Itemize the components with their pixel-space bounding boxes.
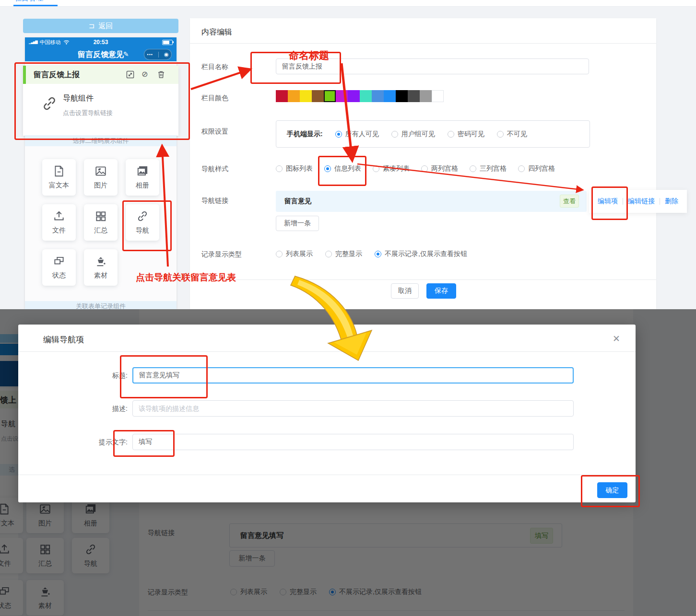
- color-swatch[interactable]: [432, 90, 444, 102]
- richtext-icon: [53, 165, 65, 177]
- component-label: 富文本: [49, 181, 69, 190]
- color-swatch[interactable]: [408, 90, 420, 102]
- radio-visible-group[interactable]: 用户组可见: [391, 130, 435, 139]
- color-swatch[interactable]: [288, 90, 300, 102]
- confirm-button[interactable]: 确定: [597, 482, 627, 498]
- modal-title-input[interactable]: [132, 367, 574, 384]
- component-image[interactable]: 图片: [84, 159, 118, 196]
- color-swatch[interactable]: [396, 90, 408, 102]
- save-button[interactable]: 保存: [426, 283, 456, 299]
- radio-dot: [518, 165, 525, 172]
- section-bar-qr: 选择二维码展示组件: [25, 135, 177, 146]
- component-material[interactable]: 素材: [84, 249, 118, 286]
- nav-link-actions-popover: 编辑项 编辑链接 删除: [589, 190, 687, 213]
- component-status[interactable]: 状态: [42, 249, 76, 286]
- nav-style-radio-group: 图标列表 信息列表 紧凑列表 两列宫格 三列宫格 四列宫格: [276, 164, 555, 173]
- color-swatch[interactable]: [348, 90, 360, 102]
- link-icon: [41, 95, 58, 112]
- resize-icon[interactable]: [126, 70, 134, 79]
- link-icon: [136, 210, 149, 222]
- component-label: 文件: [52, 226, 66, 235]
- color-swatch[interactable]: [420, 90, 432, 102]
- color-swatch[interactable]: [312, 90, 324, 102]
- disable-icon[interactable]: ⊘: [142, 70, 148, 79]
- trash-icon[interactable]: [157, 70, 165, 79]
- edit-nav-item-modal: 编辑导航项 ✕ 标题: 描述: 提示文字: 确定: [18, 325, 636, 502]
- radio-visible-password[interactable]: 密码可见: [448, 130, 484, 139]
- component-label: 状态: [52, 271, 66, 280]
- cancel-button[interactable]: 取消: [391, 283, 419, 299]
- component-navigation[interactable]: 导航: [126, 204, 159, 241]
- component-label: 导航: [136, 226, 149, 235]
- editor-title-divider: [190, 43, 656, 44]
- back-icon: ⊐: [89, 22, 95, 30]
- component-label: 图片: [94, 181, 107, 190]
- tab-column-manage[interactable]: 栏目管理: [13, 0, 59, 4]
- color-swatch[interactable]: [360, 90, 372, 102]
- radio-style-two-col[interactable]: 两列宫格: [421, 164, 458, 173]
- editor-title: 内容编辑: [201, 27, 232, 37]
- wifi-icon: [63, 40, 70, 45]
- field-label-permission: 权限设置: [201, 128, 228, 136]
- mini-app-title: 留言反馈意见: [78, 50, 124, 60]
- color-swatch[interactable]: [336, 90, 348, 102]
- radio-style-info-list[interactable]: 信息列表: [324, 164, 361, 173]
- capsule-more-icon[interactable]: •••: [147, 52, 153, 57]
- radio-record-list[interactable]: 列表展示: [276, 250, 313, 258]
- radio-style-four-col[interactable]: 四列宫格: [518, 164, 555, 173]
- flags-icon: [53, 255, 65, 267]
- radio-style-three-col[interactable]: 三列宫格: [470, 164, 507, 173]
- edit-item-link[interactable]: 编辑项: [598, 197, 618, 206]
- color-swatch[interactable]: [372, 90, 384, 102]
- radio-dot: [324, 165, 331, 172]
- component-summary[interactable]: 汇总: [84, 204, 118, 241]
- radio-style-compact-list[interactable]: 紧凑列表: [373, 164, 410, 173]
- radio-record-full[interactable]: 完整显示: [325, 250, 362, 258]
- component-richtext[interactable]: 富文本: [42, 159, 76, 196]
- radio-dot: [497, 131, 504, 138]
- edit-title-icon[interactable]: ✎: [123, 50, 129, 58]
- modal-field-label-desc: 描述:: [18, 405, 128, 413]
- radio-dot: [335, 131, 342, 138]
- record-type-radio-group: 列表展示 完整显示 不展示记录,仅展示查看按钮: [276, 250, 467, 258]
- close-icon[interactable]: ✕: [613, 333, 620, 344]
- modal-field-label-title: 标题:: [18, 372, 128, 380]
- color-swatch[interactable]: [300, 90, 312, 102]
- color-swatch[interactable]: [276, 90, 288, 102]
- view-badge[interactable]: 查看: [560, 195, 579, 208]
- grid-icon: [94, 210, 107, 222]
- card-body-title: 导航组件: [63, 93, 94, 104]
- delete-link[interactable]: 删除: [665, 197, 678, 206]
- signal-icon: ▁▃▅▇: [29, 40, 37, 44]
- component-album[interactable]: 相册: [126, 159, 159, 196]
- back-button[interactable]: ⊐ 返回: [23, 19, 178, 33]
- nav-component-card[interactable]: 留言反馈上报 ⊘ 导航组件 点击设置导航链接: [23, 66, 178, 136]
- radio-visible-none[interactable]: 不可见: [497, 130, 527, 139]
- capsule-close-icon[interactable]: ◉: [164, 51, 169, 58]
- nav-link-item-title: 留言意见: [284, 197, 311, 206]
- miniprogram-capsule[interactable]: ••• ◉: [144, 49, 172, 60]
- color-swatch-selected[interactable]: [324, 90, 336, 102]
- phone-title-bar: 留言反馈意见 ✎ ••• ◉: [25, 47, 177, 61]
- modal-desc-input[interactable]: [132, 400, 574, 417]
- modal-tip-input[interactable]: [132, 434, 574, 450]
- editor-footer-divider: [190, 279, 656, 280]
- add-nav-item-button[interactable]: 新增一条: [276, 216, 319, 231]
- upload-icon: [53, 210, 65, 222]
- component-file[interactable]: 文件: [42, 204, 76, 241]
- radio-visible-all[interactable]: 所有人可见: [335, 130, 379, 139]
- section-bar-qr-label: 选择二维码展示组件: [73, 137, 129, 145]
- color-swatch[interactable]: [384, 90, 396, 102]
- card-body-subtitle: 点击设置导航链接: [63, 109, 113, 117]
- nav-link-item-row[interactable]: 留言意见 查看: [276, 191, 587, 212]
- radio-style-icon-list[interactable]: 图标列表: [276, 164, 313, 173]
- component-label: 相册: [136, 181, 149, 190]
- tab-label: 栏目管理: [14, 0, 43, 3]
- radio-dot: [373, 165, 379, 172]
- radio-dot: [276, 251, 283, 257]
- radio-record-button-only[interactable]: 不展示记录,仅展示查看按钮: [375, 250, 467, 258]
- permission-box: 手机端显示: 所有人可见 用户组可见 密码可见 不可见: [276, 120, 590, 148]
- color-swatch-row: [276, 90, 444, 102]
- edit-link-link[interactable]: 编辑链接: [628, 197, 655, 206]
- action-divider: [660, 198, 660, 205]
